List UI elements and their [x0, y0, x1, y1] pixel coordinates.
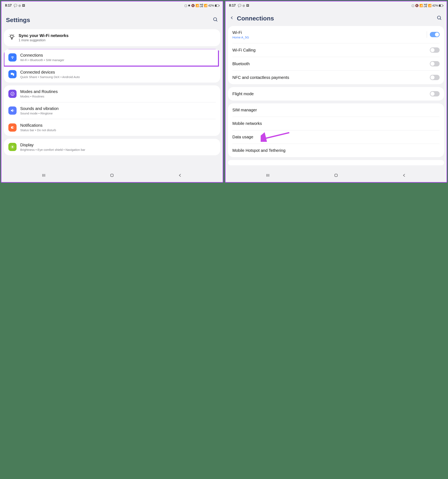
svg-line-22: [13, 146, 14, 146]
nav-bar: [1, 170, 223, 182]
chat-icon: 💬: [14, 4, 17, 7]
connections-content[interactable]: Wi-FiHome A_5GWi-Fi CallingBluetoothNFC …: [225, 26, 447, 170]
toggle-wi-fi[interactable]: [430, 32, 440, 37]
battery-icon: [215, 5, 219, 7]
svg-point-13: [13, 127, 14, 128]
svg-line-6: [13, 35, 14, 35]
settings-row-notifications[interactable]: Notifications Status bar • Do not distur…: [4, 119, 220, 136]
status-bar: 8:17 💬 ◎ 🖼 ▢ ✱ 🔇 📶 Vo))LTE 📶 42%: [1, 1, 223, 9]
nav-home[interactable]: [334, 173, 338, 178]
mute-icon: 🔇: [415, 4, 419, 7]
volte-icon: Vo))LTE: [424, 3, 427, 7]
status-time: 8:17: [229, 4, 236, 7]
settings-row-display[interactable]: Display Brightness • Eye comfort shield …: [4, 139, 220, 155]
chat-icon: 💬: [238, 4, 241, 7]
conn-row-data-usage[interactable]: Data usage: [228, 130, 444, 144]
instagram-icon: ◎: [18, 4, 21, 7]
connections-group: Wi-FiHome A_5GWi-Fi CallingBluetoothNFC …: [228, 26, 444, 84]
settings-row-connected-devices[interactable]: Connected devices Quick Share • Samsung …: [4, 66, 220, 83]
conn-title: Mobile Hotspot and Tethering: [232, 148, 440, 153]
wifi-icon: 📶: [419, 4, 423, 7]
wifi-icon: 📶: [196, 4, 199, 7]
svg-point-14: [12, 146, 13, 148]
partial-card: [228, 160, 444, 165]
settings-row-connections[interactable]: Connections Wi-Fi • Bluetooth • SIM mana…: [4, 49, 220, 66]
nav-back[interactable]: [178, 173, 182, 178]
signal-icon: 📶: [428, 4, 431, 7]
nav-back[interactable]: [402, 173, 407, 178]
notif-icon: [8, 123, 17, 132]
conn-title: Bluetooth: [232, 61, 427, 67]
phone-connections: 8:17 💬 ◎ 🖼 ▢ 🔇 📶 Vo))LTE 📶 42% Connectio…: [225, 1, 447, 183]
settings-row-sounds-and-vibration[interactable]: Sounds and vibration Sound mode • Ringto…: [4, 102, 220, 119]
status-bar: 8:17 💬 ◎ 🖼 ▢ 🔇 📶 Vo))LTE 📶 42%: [225, 1, 447, 9]
svg-rect-26: [111, 174, 113, 177]
toggle-flight-mode[interactable]: [430, 91, 440, 96]
nav-recents[interactable]: [41, 173, 46, 178]
lightbulb-icon: [8, 33, 15, 42]
battery-saver-icon: ▢: [184, 4, 187, 7]
conn-row-mobile-hotspot-and-tethering[interactable]: Mobile Hotspot and Tethering: [228, 144, 444, 157]
conn-row-wi-fi-calling[interactable]: Wi-Fi Calling: [228, 43, 444, 57]
row-subtitle: Sound mode • Ringtone: [20, 111, 216, 115]
page-title: Connections: [237, 15, 434, 22]
conn-row-wi-fi[interactable]: Wi-FiHome A_5G: [228, 26, 444, 43]
conn-row-nfc-and-contactless-payments[interactable]: NFC and contactless payments: [228, 71, 444, 84]
toggle-wi-fi-calling[interactable]: [430, 47, 440, 53]
svg-line-19: [11, 146, 12, 146]
connections-group: Flight mode: [228, 87, 444, 100]
arrow-annotation: [261, 132, 291, 143]
back-button[interactable]: [230, 15, 234, 22]
toggle-nfc-and-contactless-payments[interactable]: [430, 75, 440, 80]
signal-icon: 📶: [204, 4, 207, 7]
connections-group: SIM managerMobile networksData usageMobi…: [228, 103, 444, 157]
conn-title: NFC and contactless payments: [232, 75, 427, 80]
row-subtitle: Status bar • Do not disturb: [20, 128, 216, 132]
svg-rect-9: [11, 73, 13, 75]
conn-title: Mobile networks: [232, 121, 440, 126]
row-subtitle: Wi-Fi • Bluetooth • SIM manager: [20, 58, 216, 62]
conn-row-sim-manager[interactable]: SIM manager: [228, 103, 444, 117]
svg-point-0: [213, 18, 217, 21]
tip-card[interactable]: Sync your Wi-Fi networks 1 more suggesti…: [4, 29, 220, 46]
svg-rect-10: [13, 73, 14, 76]
conn-subtitle: Home A_5G: [232, 36, 424, 39]
conn-title: Wi-Fi: [232, 30, 424, 35]
conn-title: Flight mode: [232, 91, 427, 96]
settings-row-modes-and-routines[interactable]: Modes and Routines Modes • Routines: [4, 86, 220, 102]
battery-saver-icon: ▢: [412, 4, 414, 7]
row-subtitle: Quick Share • Samsung DeX • Android Auto: [20, 75, 216, 79]
mute-icon: 🔇: [191, 4, 195, 7]
sound-icon: [8, 106, 17, 115]
conn-row-flight-mode[interactable]: Flight mode: [228, 87, 444, 100]
tip-title: Sync your Wi-Fi networks: [19, 33, 216, 38]
search-button[interactable]: [213, 17, 218, 23]
row-title: Modes and Routines: [20, 89, 216, 94]
svg-point-11: [11, 92, 14, 96]
instagram-icon: ◎: [243, 4, 245, 7]
conn-title: SIM manager: [232, 107, 440, 113]
nav-bar: [225, 170, 447, 182]
settings-header: Settings: [1, 9, 223, 29]
bluetooth-icon: ✱: [188, 4, 190, 7]
search-button[interactable]: [437, 15, 442, 21]
conn-row-bluetooth[interactable]: Bluetooth: [228, 57, 444, 71]
svg-line-29: [264, 133, 289, 139]
row-subtitle: Modes • Routines: [20, 94, 216, 99]
page-title: Settings: [6, 17, 210, 24]
settings-group: Connections Wi-Fi • Bluetooth • SIM mana…: [4, 49, 220, 83]
row-subtitle: Brightness • Eye comfort shield • Naviga…: [20, 148, 216, 152]
image-icon: 🖼: [22, 4, 25, 7]
conn-row-mobile-networks[interactable]: Mobile networks: [228, 117, 444, 130]
nav-home[interactable]: [110, 173, 114, 178]
connections-header: Connections: [225, 9, 447, 26]
settings-content[interactable]: Sync your Wi-Fi networks 1 more suggesti…: [1, 29, 223, 170]
toggle-bluetooth[interactable]: [430, 61, 440, 67]
row-title: Sounds and vibration: [20, 106, 216, 111]
settings-group: Modes and Routines Modes • Routines Soun…: [4, 86, 220, 136]
devices-icon: [8, 70, 17, 78]
phone-settings: 8:17 💬 ◎ 🖼 ▢ ✱ 🔇 📶 Vo))LTE 📶 42% Setting…: [1, 1, 223, 183]
settings-group: Display Brightness • Eye comfort shield …: [4, 139, 220, 155]
svg-line-28: [440, 19, 441, 20]
nav-recents[interactable]: [266, 173, 270, 178]
